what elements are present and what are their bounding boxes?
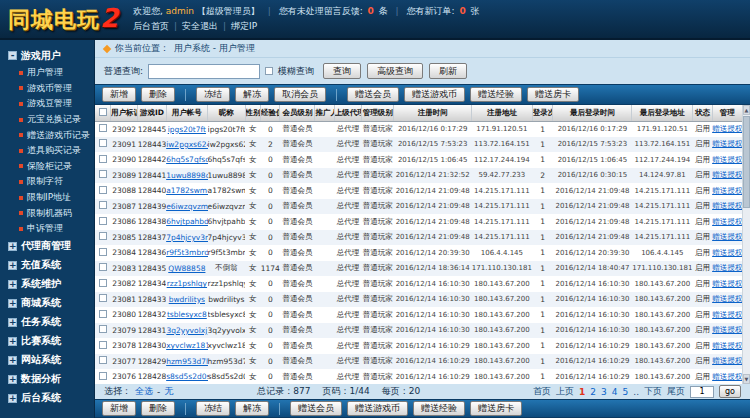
header-link[interactable]: 绑定IP [231,21,257,31]
last-page-link[interactable]: 尾页 [667,385,685,398]
scroll-down-icon[interactable]: ▼ [743,374,750,384]
sidebar-item[interactable]: 赠送游戏币记录 [0,127,94,143]
row-checkbox[interactable] [99,124,107,132]
manage-link[interactable]: 赠送授权 [712,263,742,272]
sidebar-section[interactable]: +代理商管理 [0,237,94,256]
manage-link[interactable]: 赠送授权 [712,341,742,350]
manage-link[interactable]: 赠送授权 [712,186,742,195]
select-all-checkbox[interactable] [99,108,107,116]
account-link[interactable]: iw2pgxs624 [166,140,207,149]
header-link[interactable]: 后台首页 [133,21,169,31]
query-button[interactable]: 刷新 [429,63,467,79]
current-page[interactable]: 1 [579,387,585,397]
row-checkbox[interactable] [99,232,107,240]
sidebar-item[interactable]: 道具购买记录 [0,143,94,159]
row-checkbox[interactable] [99,248,107,256]
select-all-link[interactable]: 全选 [135,385,153,398]
toolbar-button[interactable]: 赠送经验 [413,401,465,416]
account-link[interactable]: tsblesyxc8 [167,310,207,319]
row-checkbox[interactable] [99,170,107,178]
row-checkbox[interactable] [99,217,107,225]
toolbar-button[interactable]: 新增 [102,401,136,416]
sidebar-section[interactable]: +比赛系统 [0,332,94,351]
sidebar-item[interactable]: 申诉管理 [0,221,94,237]
query-button[interactable]: 高级查询 [367,63,423,79]
toolbar-button[interactable]: 删除 [141,87,175,102]
account-link[interactable]: ipgs20t7ft [168,125,206,134]
manage-link[interactable]: 赠送授权 [712,124,742,133]
account-link[interactable]: 1uwu8898qz [166,171,207,180]
manage-link[interactable]: 赠送授权 [712,294,742,303]
row-checkbox[interactable] [99,356,107,364]
goto-page-input[interactable] [690,386,714,398]
select-none-link[interactable]: 无 [164,385,173,398]
page-link[interactable]: 5 [623,387,629,397]
manage-link[interactable]: 赠送授权 [712,356,742,365]
scrollbar-track[interactable] [743,209,750,374]
sidebar-section[interactable]: +系统维护 [0,275,94,294]
row-checkbox[interactable] [99,310,107,318]
account-link[interactable]: xyvclwz181 [166,341,207,350]
page-link[interactable]: 4 [612,387,618,397]
manage-link[interactable]: 赠送授权 [712,170,742,179]
toolbar-button[interactable]: 赠送经验 [470,87,522,102]
page-link[interactable]: 2 [590,387,596,397]
row-checkbox[interactable] [99,155,107,163]
row-checkbox[interactable] [99,186,107,194]
sidebar-item[interactable]: 限制字符 [0,174,94,190]
toolbar-button[interactable]: 新增 [102,87,136,102]
manage-link[interactable]: 赠送授权 [712,279,742,288]
toolbar-button[interactable]: 删除 [141,401,175,416]
toolbar-button[interactable]: 赠送游戏币 [347,401,408,416]
sidebar-section[interactable]: +后台系统 [0,389,94,408]
go-button[interactable]: go [719,385,741,398]
account-link[interactable]: QW88858 [168,264,205,273]
page-link[interactable]: 3 [601,387,607,397]
toolbar-button[interactable]: 冻结 [196,401,230,416]
toolbar-button[interactable]: 解冻 [235,87,269,102]
account-link[interactable]: s8sd5s2d0s [166,372,207,381]
sidebar-section[interactable]: +网站系统 [0,351,94,370]
toolbar-button[interactable]: 赠送游戏币 [404,87,465,102]
next-page-link[interactable]: 下页 [644,385,662,398]
toolbar-button[interactable]: 取消会员 [274,87,326,102]
manage-link[interactable]: 赠送授权 [712,155,742,164]
query-button[interactable]: 查询 [323,63,361,79]
row-checkbox[interactable] [99,341,107,349]
manage-link[interactable]: 赠送授权 [712,248,742,257]
account-link[interactable]: bwdrilitys [169,295,205,304]
toolbar-button[interactable]: 冻结 [196,87,230,102]
sidebar-item[interactable]: 限制机器码 [0,205,94,221]
row-checkbox[interactable] [99,325,107,333]
toolbar-button[interactable]: 赠送会员 [290,401,342,416]
account-link[interactable]: 6hvjtpahbd [166,217,207,226]
sidebar-section[interactable]: +商城系统 [0,294,94,313]
manage-link[interactable]: 赠送授权 [712,201,742,210]
scroll-up-icon[interactable]: ▲ [743,105,750,115]
fuzzy-checkbox[interactable] [265,67,273,75]
manage-link[interactable]: 赠送授权 [712,310,742,319]
sidebar-item[interactable]: 游戏币管理 [0,81,94,97]
scrollbar[interactable]: ▲ ▼ [742,105,750,384]
sidebar-item[interactable]: 元宝兑换记录 [0,112,94,128]
scrollbar-thumb[interactable] [743,116,750,208]
toolbar-button[interactable]: 解冻 [235,401,269,416]
row-checkbox[interactable] [99,372,107,380]
account-link[interactable]: hzm953d7lg [166,357,207,366]
account-link[interactable]: a1782swmq [166,186,207,195]
manage-link[interactable]: 赠送授权 [712,217,742,226]
toolbar-button[interactable]: 赠送房卡 [527,87,579,102]
account-link[interactable]: 3q2yyvolxj [166,326,207,335]
header-link[interactable]: 安全退出 [182,21,218,31]
row-checkbox[interactable] [99,279,107,287]
account-link[interactable]: rzz1pshlqy [167,279,207,288]
account-link[interactable]: 6hq5s7qfsd [166,155,207,164]
search-input[interactable] [148,64,260,79]
manage-link[interactable]: 赠送授权 [712,372,742,381]
prev-page-link[interactable]: 上页 [556,385,574,398]
row-checkbox[interactable] [99,139,107,147]
row-checkbox[interactable] [99,294,107,302]
manage-link[interactable]: 赠送授权 [712,325,742,334]
toolbar-button[interactable]: 赠送房卡 [470,401,522,416]
account-link[interactable]: r9f5t3mbrd [166,248,207,257]
